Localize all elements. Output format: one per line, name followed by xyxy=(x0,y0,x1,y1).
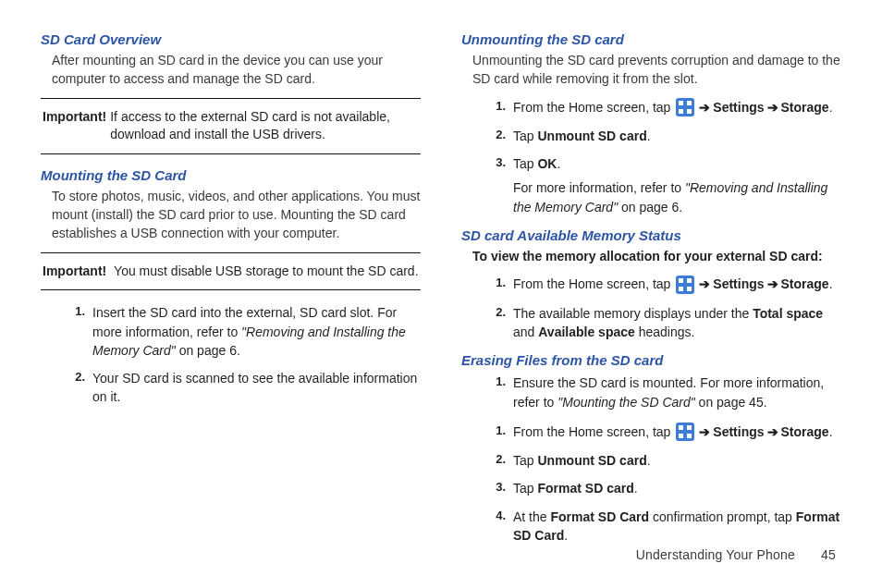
step-item: At the Format SD Card confirmation promp… xyxy=(493,508,841,545)
apps-grid-icon xyxy=(676,276,694,294)
page-footer: Understanding Your Phone 45 xyxy=(636,547,836,562)
svg-rect-9 xyxy=(687,425,692,430)
apps-grid-icon xyxy=(676,423,694,441)
ui-label: Unmount SD card xyxy=(537,129,646,143)
left-column: SD Card Overview After mounting an SD ca… xyxy=(41,26,421,556)
step-list: From the Home screen, tap ➔Settings➔Stor… xyxy=(461,423,841,545)
important-text: If access to the external SD card is not… xyxy=(106,108,419,144)
important-callout: Important! If access to the external SD … xyxy=(41,98,421,154)
svg-rect-3 xyxy=(687,109,692,114)
step-text: At the xyxy=(513,509,550,524)
step-item: Tap Unmount SD card. xyxy=(493,127,841,145)
ui-label: Settings xyxy=(713,100,764,115)
paragraph: To store photos, music, videos, and othe… xyxy=(52,187,421,243)
paragraph-bold: To view the memory allocation for your e… xyxy=(472,247,841,265)
step-item: Ensure the SD card is mounted. For more … xyxy=(493,374,841,411)
svg-rect-4 xyxy=(679,278,683,283)
period: . xyxy=(634,481,638,496)
ui-label: Total space xyxy=(753,306,823,321)
period: . xyxy=(829,276,833,291)
svg-rect-7 xyxy=(687,287,692,291)
step-note: For more information, refer to "Removing… xyxy=(513,178,841,216)
important-callout: Important! You must disable USB storage … xyxy=(41,252,421,291)
note-text: on page 6. xyxy=(618,200,682,214)
step-list: From the Home screen, tap ➔Settings➔Stor… xyxy=(461,275,841,341)
step-item: Your SD card is scanned to see the avail… xyxy=(72,369,421,407)
svg-rect-0 xyxy=(679,101,683,105)
svg-rect-8 xyxy=(679,425,683,430)
svg-rect-11 xyxy=(687,434,692,438)
step-text: Tap xyxy=(513,481,537,496)
important-text: You must disable USB storage to mount th… xyxy=(110,263,418,278)
period: . xyxy=(564,528,568,543)
step-item: Insert the SD card into the external, SD… xyxy=(72,303,421,360)
ui-label: Unmount SD card xyxy=(537,453,646,468)
heading-unmounting: Unmounting the SD card xyxy=(461,31,841,47)
step-list: Ensure the SD card is mounted. For more … xyxy=(461,374,841,411)
arrow-icon: ➔ xyxy=(767,276,778,291)
step-text: From the Home screen, tap xyxy=(513,424,674,439)
step-text: on page 45. xyxy=(695,395,767,410)
page-number: 45 xyxy=(821,547,836,562)
ui-label: Storage xyxy=(781,100,829,115)
heading-mounting: Mounting the SD Card xyxy=(41,167,421,183)
svg-rect-2 xyxy=(679,109,683,114)
ui-label: OK xyxy=(537,156,557,171)
cross-reference: "Mounting the SD Card" xyxy=(557,395,694,410)
step-text: Your SD card is scanned to see the avail… xyxy=(92,371,417,404)
step-list: Insert the SD card into the external, SD… xyxy=(41,303,421,406)
period: . xyxy=(557,156,560,171)
svg-rect-6 xyxy=(679,287,683,291)
step-text: From the Home screen, tap xyxy=(513,276,674,291)
arrow-icon: ➔ xyxy=(767,100,778,115)
ui-label: Format SD Card xyxy=(550,509,649,524)
period: . xyxy=(829,424,833,439)
paragraph: After mounting an SD card in the device … xyxy=(52,51,421,89)
step-list: From the Home screen, tap ➔Settings➔Stor… xyxy=(461,98,841,216)
arrow-icon: ➔ xyxy=(767,424,778,439)
step-text: From the Home screen, tap xyxy=(513,100,674,115)
step-text: on page 6. xyxy=(176,343,240,358)
apps-grid-icon xyxy=(676,98,694,116)
note-text: For more information, refer to xyxy=(513,180,685,195)
step-item: From the Home screen, tap ➔Settings➔Stor… xyxy=(493,275,841,294)
ui-label: Settings xyxy=(713,276,764,291)
arrow-icon: ➔ xyxy=(699,100,710,115)
step-text: Tap xyxy=(513,156,537,171)
step-text: and xyxy=(513,325,538,339)
important-label: Important! xyxy=(43,108,106,144)
period: . xyxy=(647,129,651,143)
right-column: Unmounting the SD card Unmounting the SD… xyxy=(461,26,841,556)
step-text: confirmation prompt, tap xyxy=(649,509,796,524)
ui-label: Storage xyxy=(781,276,829,291)
step-item: From the Home screen, tap ➔Settings➔Stor… xyxy=(493,98,841,117)
paragraph: Unmounting the SD card prevents corrupti… xyxy=(472,51,841,89)
svg-rect-1 xyxy=(687,101,692,105)
ui-label: Format SD card xyxy=(537,481,633,496)
step-item: From the Home screen, tap ➔Settings➔Stor… xyxy=(493,423,841,442)
step-text: The available memory displays under the xyxy=(513,306,753,321)
arrow-icon: ➔ xyxy=(699,424,710,439)
ui-label: Settings xyxy=(713,424,764,439)
svg-rect-5 xyxy=(687,278,692,283)
step-item: Tap OK. For more information, refer to "… xyxy=(493,154,841,216)
step-item: Tap Format SD card. xyxy=(493,479,841,497)
ui-label: Storage xyxy=(781,424,829,439)
step-item: The available memory displays under the … xyxy=(493,304,841,342)
period: . xyxy=(647,453,651,468)
heading-memory-status: SD card Available Memory Status xyxy=(461,227,841,243)
step-text: Tap xyxy=(513,129,537,143)
arrow-icon: ➔ xyxy=(699,276,710,291)
svg-rect-10 xyxy=(679,434,683,438)
document-page: SD Card Overview After mounting an SD ca… xyxy=(0,0,882,565)
step-item: Tap Unmount SD card. xyxy=(493,451,841,470)
heading-sd-overview: SD Card Overview xyxy=(41,31,421,47)
heading-erasing: Erasing Files from the SD card xyxy=(461,352,841,368)
step-text: headings. xyxy=(635,325,695,339)
period: . xyxy=(829,100,833,115)
important-label: Important! xyxy=(43,263,106,278)
step-text: Tap xyxy=(513,453,537,468)
footer-section: Understanding Your Phone xyxy=(636,547,795,562)
ui-label: Available space xyxy=(538,325,635,339)
